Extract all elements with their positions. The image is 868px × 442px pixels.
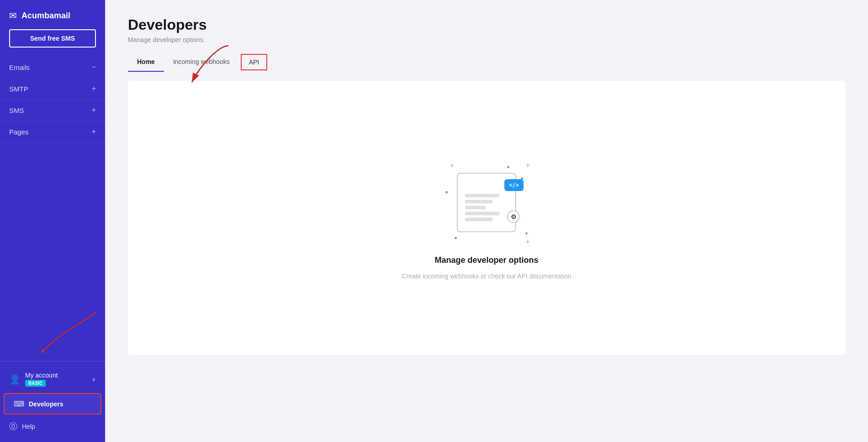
doc-line-5 xyxy=(465,218,492,221)
developers-code-icon: ⌨ xyxy=(14,399,24,408)
tab-api-label: API xyxy=(249,59,259,66)
illustration-wrapper: + + + </> ⚙ xyxy=(441,157,532,248)
illustration-container: + + + </> ⚙ xyxy=(402,157,571,280)
sidebar-item-developers[interactable]: ⌨ Developers xyxy=(4,393,101,415)
help-label: Help xyxy=(22,423,35,430)
sidebar-item-pages[interactable]: Pages + xyxy=(0,121,105,143)
decoration-dot-5 xyxy=(455,237,457,239)
smtp-toggle-icon: + xyxy=(92,85,96,93)
sidebar-bottom: 👤 My account BASIC ∨ ⌨ Developers ⓪ Help xyxy=(0,361,105,442)
page-content: Developers Manage developer options. Hom… xyxy=(105,0,868,364)
decoration-dot-1 xyxy=(507,166,509,168)
account-badge: BASIC xyxy=(25,380,46,387)
tab-home[interactable]: Home xyxy=(128,53,164,72)
sidebar-item-smtp[interactable]: SMTP + xyxy=(0,78,105,100)
logo-text: Acumbamail xyxy=(21,11,70,21)
sms-toggle-icon: + xyxy=(92,106,96,114)
illustration-subtitle: Create incoming webhooks or check our AP… xyxy=(402,272,571,280)
tab-incoming-webhooks[interactable]: Incoming webhooks xyxy=(164,53,239,72)
doc-lines xyxy=(465,194,499,221)
page-title: Developers xyxy=(128,16,845,33)
sidebar-item-sms-label: SMS xyxy=(9,107,24,114)
main-content: Developers Manage developer options. Hom… xyxy=(105,0,868,442)
decoration-plus-1: + xyxy=(450,161,454,170)
pages-toggle-icon: + xyxy=(92,128,96,136)
sidebar-item-smtp-label: SMTP xyxy=(9,85,28,93)
chevron-down-icon: ∨ xyxy=(92,376,96,383)
my-account-section[interactable]: 👤 My account BASIC ∨ xyxy=(0,366,105,392)
decoration-plus-3: + xyxy=(526,238,530,246)
tab-home-label: Home xyxy=(137,58,155,65)
mail-icon: ✉ xyxy=(9,10,17,21)
decoration-plus-2: + xyxy=(526,161,530,170)
doc-line-3 xyxy=(465,206,486,209)
decoration-dot-4 xyxy=(525,232,528,234)
emails-toggle-icon: − xyxy=(92,63,96,71)
illustration-title: Manage developer options xyxy=(434,256,538,265)
tab-webhooks-label: Incoming webhooks xyxy=(173,58,230,65)
gear-badge: ⚙ xyxy=(507,210,520,223)
content-area: + + + </> ⚙ xyxy=(128,81,845,355)
send-sms-button[interactable]: Send free SMS xyxy=(9,29,96,48)
sidebar-nav: Emails − SMTP + SMS + Pages + xyxy=(0,57,105,361)
doc-illustration: </> ⚙ xyxy=(457,173,516,232)
sidebar-item-emails-label: Emails xyxy=(9,64,30,71)
decoration-dot-3 xyxy=(445,191,448,193)
doc-line-1 xyxy=(465,194,499,197)
code-badge: </> xyxy=(504,179,524,191)
account-info: My account BASIC xyxy=(25,372,58,387)
page-subtitle: Manage developer options. xyxy=(128,36,845,43)
sidebar: ✉ Acumbamail Send free SMS Emails − SMTP… xyxy=(0,0,105,442)
sidebar-item-sms[interactable]: SMS + xyxy=(0,100,105,121)
page-header: Developers Manage developer options. xyxy=(105,0,868,53)
account-name: My account xyxy=(25,372,58,379)
sidebar-item-pages-label: Pages xyxy=(9,128,29,136)
developers-label: Developers xyxy=(29,400,63,408)
sidebar-logo: ✉ Acumbamail xyxy=(0,0,105,29)
doc-line-4 xyxy=(465,212,499,215)
help-circle-icon: ⓪ xyxy=(9,421,17,432)
account-user-icon: 👤 xyxy=(9,374,21,385)
sidebar-item-emails[interactable]: Emails − xyxy=(0,57,105,78)
account-left: 👤 My account BASIC xyxy=(9,372,58,387)
sidebar-item-help[interactable]: ⓪ Help xyxy=(0,415,105,437)
tabs-container: Home Incoming webhooks API xyxy=(105,53,868,72)
tab-api[interactable]: API xyxy=(241,54,268,70)
doc-line-2 xyxy=(465,200,492,203)
